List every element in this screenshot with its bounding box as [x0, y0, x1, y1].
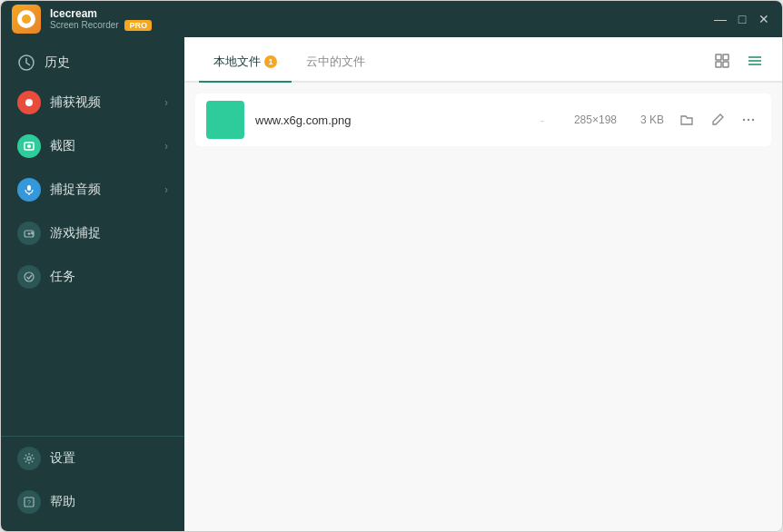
- svg-rect-17: [716, 62, 721, 67]
- tab-local-files[interactable]: 本地文件 1: [199, 43, 292, 81]
- help-icon: ?: [17, 490, 41, 514]
- sidebar-item-settings[interactable]: 设置: [1, 437, 184, 480]
- list-view-button[interactable]: [742, 48, 768, 74]
- sidebar-item-capture-video[interactable]: 捕获视频 ›: [1, 81, 184, 124]
- file-dimensions: 285×198: [562, 113, 617, 126]
- open-folder-button[interactable]: [675, 108, 699, 132]
- svg-point-11: [25, 272, 34, 281]
- pro-badge: PRO: [124, 20, 152, 31]
- help-label: 帮助: [50, 494, 75, 510]
- edit-button[interactable]: [706, 108, 729, 132]
- title-bar-left: Icecream Screen Recorder PRO: [12, 5, 152, 34]
- screenshot-label: 截图: [50, 138, 75, 154]
- app-logo: [12, 5, 41, 34]
- more-options-button[interactable]: [737, 108, 760, 132]
- settings-icon: [17, 447, 41, 470]
- view-toggle: [709, 48, 768, 81]
- capture-video-icon: [17, 91, 41, 114]
- right-panel: 本地文件 1 云中的文件: [184, 37, 782, 531]
- tab-local-badge: 1: [264, 55, 277, 68]
- app-title-name: Icecream: [50, 7, 152, 20]
- app-window: Icecream Screen Recorder PRO — □ ✕: [0, 0, 783, 532]
- svg-point-23: [748, 119, 749, 121]
- close-button[interactable]: ✕: [757, 12, 771, 26]
- history-label: 历史: [45, 54, 70, 71]
- svg-point-10: [32, 233, 33, 234]
- app-title-sub: Screen Recorder PRO: [50, 20, 152, 31]
- sidebar-item-capture-audio[interactable]: 捕捉音频 ›: [1, 168, 184, 212]
- file-thumbnail: [206, 101, 244, 139]
- svg-rect-4: [27, 185, 31, 191]
- sidebar-spacer: [1, 299, 184, 436]
- tab-cloud-files-label: 云中的文件: [306, 54, 365, 70]
- game-capture-icon: [17, 222, 41, 245]
- capture-video-label: 捕获视频: [50, 94, 101, 111]
- capture-audio-label: 捕捉音频: [50, 182, 101, 198]
- sidebar-item-screenshot[interactable]: 截图 ›: [1, 124, 184, 168]
- tab-local-files-label: 本地文件: [213, 54, 261, 70]
- title-bar-controls: — □ ✕: [713, 12, 771, 26]
- svg-rect-15: [716, 54, 721, 60]
- sidebar-item-tasks[interactable]: 任务: [1, 255, 184, 299]
- game-capture-label: 游戏捕捉: [50, 225, 101, 241]
- sidebar-item-game-capture[interactable]: 游戏捕捉: [1, 212, 184, 255]
- main-content: 历史 捕获视频 › 截图: [1, 37, 782, 531]
- screenshot-arrow: ›: [164, 140, 168, 153]
- minimize-button[interactable]: —: [713, 12, 728, 26]
- capture-video-arrow: ›: [164, 96, 168, 109]
- file-item[interactable]: www.x6g.com.png - 285×198 3 KB: [195, 94, 771, 146]
- svg-point-3: [27, 144, 31, 148]
- svg-point-24: [752, 119, 754, 121]
- svg-rect-16: [723, 54, 728, 60]
- grid-view-button[interactable]: [709, 48, 735, 74]
- file-size: 3 KB: [628, 113, 664, 126]
- svg-text:?: ?: [27, 499, 31, 506]
- tasks-label: 任务: [50, 269, 75, 285]
- file-actions: [675, 108, 760, 132]
- capture-audio-icon: [17, 178, 41, 202]
- tab-cloud-files[interactable]: 云中的文件: [292, 43, 380, 81]
- svg-rect-18: [723, 62, 728, 67]
- app-logo-icon: [17, 10, 35, 28]
- capture-audio-arrow: ›: [164, 183, 168, 196]
- sidebar: 历史 捕获视频 › 截图: [1, 37, 184, 531]
- svg-point-1: [25, 99, 33, 106]
- tabs-bar: 本地文件 1 云中的文件: [184, 37, 782, 83]
- app-title-text: Icecream Screen Recorder PRO: [50, 7, 152, 31]
- svg-point-12: [27, 457, 31, 460]
- sidebar-history: 历史: [1, 44, 184, 81]
- settings-label: 设置: [50, 450, 75, 467]
- screenshot-icon: [17, 134, 41, 158]
- file-name: www.x6g.com.png: [255, 113, 522, 127]
- history-icon: [17, 54, 35, 72]
- tasks-icon: [17, 265, 41, 289]
- file-separator: -: [533, 113, 551, 127]
- file-list: www.x6g.com.png - 285×198 3 KB: [184, 83, 782, 531]
- title-bar: Icecream Screen Recorder PRO — □ ✕: [1, 1, 782, 37]
- maximize-button[interactable]: □: [735, 12, 749, 26]
- sidebar-bottom: 设置 ? 帮助: [1, 436, 184, 531]
- svg-point-22: [743, 119, 745, 121]
- sidebar-item-help[interactable]: ? 帮助: [1, 480, 184, 524]
